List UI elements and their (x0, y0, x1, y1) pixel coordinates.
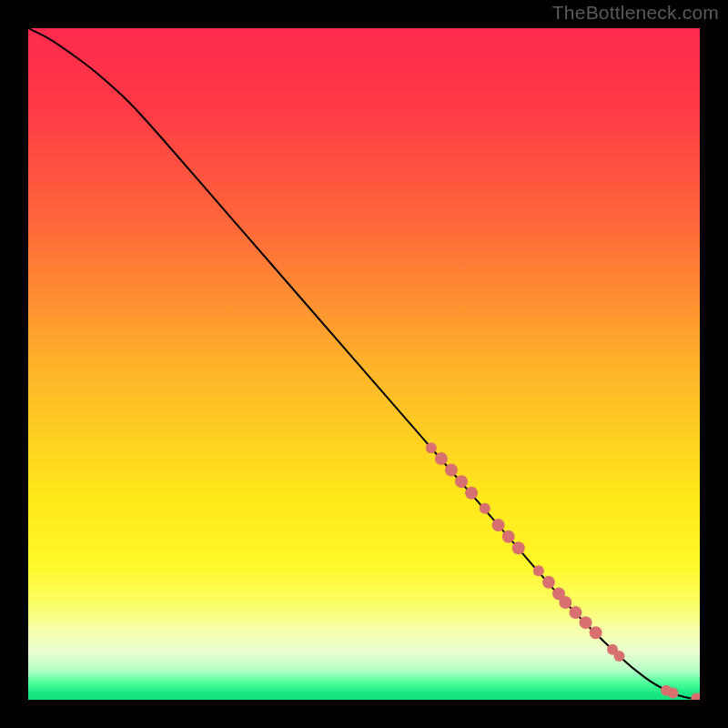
plot-area (28, 28, 700, 700)
chart-frame: TheBottleneck.com (0, 0, 728, 728)
data-point (569, 606, 581, 619)
data-point (465, 487, 478, 500)
chart-svg (28, 28, 700, 700)
chart-background (28, 28, 700, 700)
data-point (445, 464, 458, 477)
data-point (542, 576, 555, 589)
data-point (512, 541, 525, 554)
data-point (502, 531, 515, 543)
watermark-label: TheBottleneck.com (552, 2, 719, 24)
data-point (435, 452, 448, 465)
data-point (580, 616, 592, 629)
data-point (613, 651, 624, 662)
data-point (480, 503, 490, 514)
data-point (455, 475, 468, 488)
data-point (590, 626, 602, 639)
data-point (492, 519, 505, 531)
data-point (559, 596, 571, 609)
data-point (426, 442, 437, 453)
data-point (533, 565, 544, 576)
data-point (667, 688, 678, 699)
